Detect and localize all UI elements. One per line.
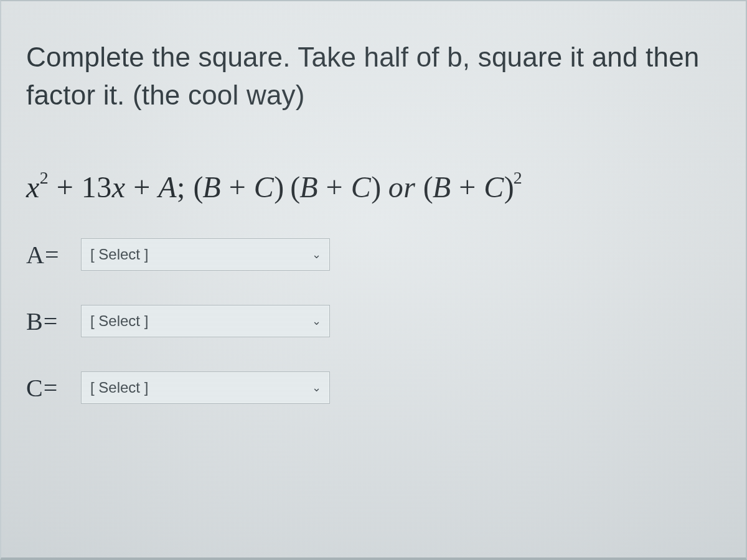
eq-A: A	[158, 170, 177, 203]
eq-B1: B	[202, 170, 221, 203]
eq-plus-2: +	[126, 170, 159, 203]
eq-B2: B	[299, 170, 318, 203]
eq-plus-5: +	[451, 170, 484, 203]
eq-rp3: )	[504, 170, 514, 203]
eq-C3: C	[484, 170, 504, 203]
eq-C2: C	[351, 170, 372, 203]
select-A-display[interactable]: [ Select ]	[81, 238, 330, 271]
question-prompt: Complete the square. Take half of b, squ…	[26, 39, 715, 114]
eq-plus-3: +	[221, 170, 254, 203]
eq-lp2: (	[283, 170, 299, 203]
eq-x-squared: 2	[40, 169, 49, 188]
equation-display: x2 + 13x + A; (B + C) (B + C) or (B + C)…	[26, 170, 715, 204]
answer-row-C: C= [ Select ] ⌄	[26, 371, 715, 404]
eq-B3: B	[433, 170, 451, 203]
answer-label-B: B=	[26, 307, 70, 336]
eq-x: x	[26, 170, 40, 203]
eq-lp1: (	[193, 170, 202, 203]
answer-row-A: A= [ Select ] ⌄	[26, 238, 715, 271]
eq-plus-4: +	[318, 170, 351, 203]
eq-final-squared: 2	[514, 169, 522, 188]
select-B[interactable]: [ Select ] ⌄	[81, 305, 330, 337]
eq-rp1: )	[274, 170, 283, 203]
select-A[interactable]: [ Select ] ⌄	[81, 238, 330, 271]
eq-rp2: )	[371, 170, 380, 203]
eq-plus-1: +	[49, 170, 82, 203]
eq-C1: C	[254, 170, 275, 203]
question-card: Complete the square. Take half of b, squ…	[0, 0, 747, 560]
eq-or: or	[380, 170, 423, 203]
eq-xvar: x	[112, 170, 126, 203]
answer-label-A: A=	[26, 240, 70, 269]
answer-label-C: C=	[26, 373, 70, 403]
select-B-display[interactable]: [ Select ]	[81, 305, 330, 337]
eq-coef: 13	[82, 170, 112, 203]
select-C-display[interactable]: [ Select ]	[81, 371, 330, 404]
answer-row-B: B= [ Select ] ⌄	[26, 305, 715, 337]
eq-semicolon: ;	[177, 170, 193, 203]
eq-lp3: (	[423, 170, 433, 203]
select-C[interactable]: [ Select ] ⌄	[81, 371, 330, 404]
